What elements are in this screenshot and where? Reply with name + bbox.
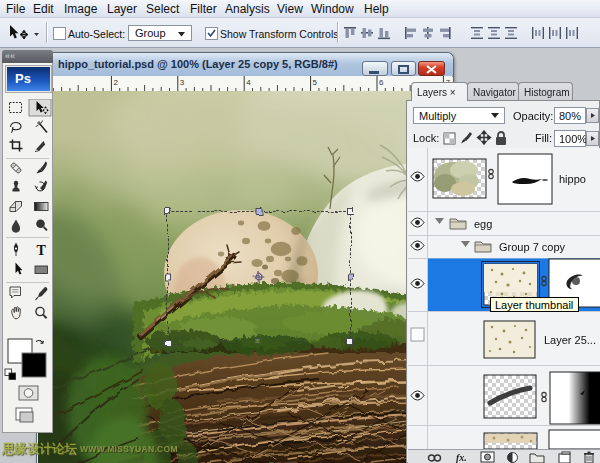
svg-text:4: 4 <box>246 78 251 87</box>
svg-text:fx.: fx. <box>456 452 467 463</box>
svg-text:6: 6 <box>379 78 384 87</box>
svg-text:hippo: hippo <box>559 173 586 185</box>
svg-text:3: 3 <box>180 78 185 87</box>
svg-text:5: 5 <box>313 78 318 87</box>
svg-text:egg: egg <box>474 218 492 230</box>
svg-text:Layer 25...: Layer 25... <box>544 334 596 346</box>
svg-text:T: T <box>37 243 47 258</box>
svg-text:Group 7 copy: Group 7 copy <box>499 241 566 253</box>
svg-text:2: 2 <box>113 78 118 87</box>
